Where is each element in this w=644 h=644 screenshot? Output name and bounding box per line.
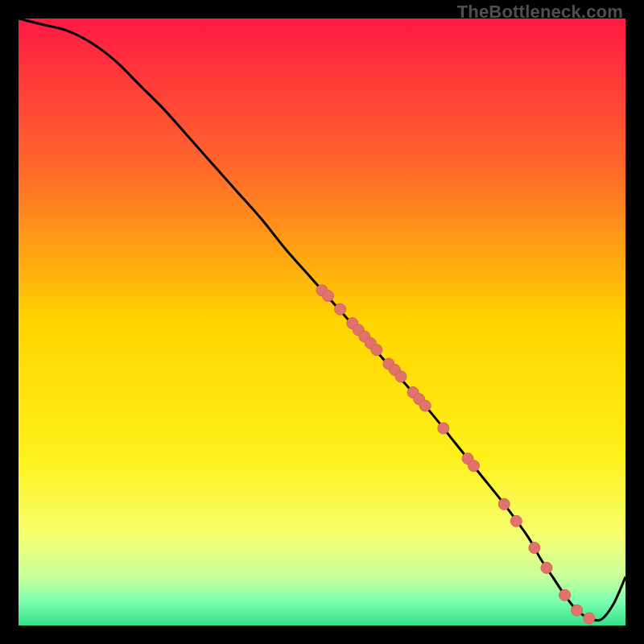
plot-area (19, 19, 625, 625)
data-point (469, 460, 480, 472)
watermark-text: TheBottleneck.com (457, 2, 623, 23)
data-point (572, 605, 583, 616)
data-point (498, 498, 510, 510)
curve-layer (19, 19, 625, 625)
data-point (335, 303, 346, 315)
data-point (438, 423, 449, 434)
data-point (584, 613, 595, 624)
data-point (541, 562, 552, 573)
data-point (395, 371, 407, 382)
data-point (510, 515, 522, 526)
chart-frame: TheBottleneck.com (0, 0, 644, 644)
data-point (559, 589, 571, 601)
data-point (529, 542, 540, 553)
data-point (323, 291, 334, 302)
data-point (419, 400, 431, 411)
bottleneck-curve (19, 19, 625, 621)
data-point (371, 345, 382, 356)
